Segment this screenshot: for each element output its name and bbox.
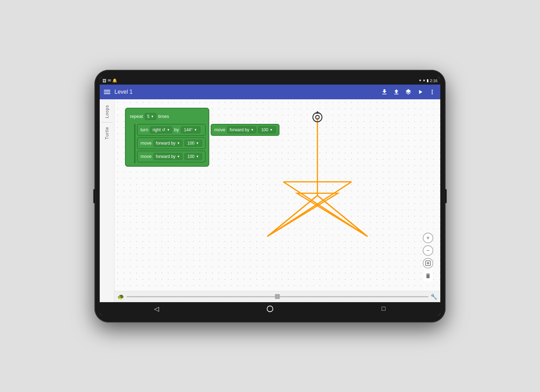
- turn-direction-dropdown[interactable]: right ↺: [150, 126, 172, 133]
- move-block-1[interactable]: move forward by 100: [137, 137, 206, 149]
- turtle-drawing: [268, 118, 368, 236]
- speed-slider[interactable]: [126, 296, 428, 297]
- zoom-out-button[interactable]: −: [423, 245, 433, 256]
- wifi-icon: ▾: [423, 78, 425, 83]
- main-content: Loops Turtle repeat 5: [100, 99, 440, 302]
- tablet-device: 🖼 ✉ 🔔 ✦ ▾ ▮ 2:16 Level 1: [94, 70, 446, 323]
- bluetooth-icon: ✦: [419, 78, 422, 83]
- move-direction-dropdown-1[interactable]: forward by: [153, 140, 183, 147]
- zoom-controls: + −: [423, 233, 433, 281]
- sidebar-divider: [101, 122, 113, 122]
- sidebar-tab-turtle[interactable]: Turtle: [103, 124, 112, 142]
- turn-degrees-dropdown[interactable]: 144°: [181, 126, 200, 133]
- turtle-canvas: [213, 99, 440, 292]
- turn-label: turn: [140, 127, 148, 132]
- repeat-value-dropdown[interactable]: 5: [145, 113, 157, 120]
- turn-block[interactable]: turn right ↺ by 144°: [137, 124, 206, 136]
- menu-button[interactable]: [104, 90, 110, 94]
- recent-button[interactable]: □: [376, 302, 390, 315]
- move-value-dropdown-1[interactable]: 100: [184, 140, 202, 147]
- repeat-label: repeat: [130, 114, 143, 119]
- move-value-dropdown-2[interactable]: 100: [184, 153, 202, 160]
- status-left-icons: 🖼 ✉ 🔔: [103, 78, 117, 83]
- battery-icon: ▮: [427, 78, 429, 83]
- delete-button[interactable]: [423, 271, 433, 281]
- play-button[interactable]: [416, 88, 424, 96]
- sidebar: Loops Turtle: [100, 99, 114, 302]
- svg-line-3: [268, 182, 352, 237]
- times-label: times: [158, 114, 169, 119]
- bottom-navigation: ◁ □: [100, 302, 440, 315]
- move-block-2[interactable]: move forward by 100: [137, 151, 206, 162]
- svg-line-4: [268, 195, 318, 237]
- inner-blocks: turn right ↺ by 144°: [134, 124, 206, 163]
- back-button[interactable]: ◁: [150, 302, 164, 315]
- move-label-2: move: [140, 154, 152, 159]
- status-right-icons: ✦ ▾ ▮ 2:16: [419, 78, 437, 83]
- slider-thumb: [275, 294, 280, 299]
- email-status-icon: ✉: [108, 78, 111, 83]
- workspace[interactable]: repeat 5 times turn: [114, 99, 440, 302]
- status-bar: 🖼 ✉ 🔔 ✦ ▾ ▮ 2:16: [100, 77, 440, 85]
- zoom-in-button[interactable]: +: [423, 233, 433, 243]
- bottom-slider-bar: 🐢 🔧: [114, 291, 440, 302]
- center-button[interactable]: [423, 258, 433, 268]
- home-button[interactable]: [263, 302, 277, 315]
- right-camera-bump: [445, 189, 447, 203]
- download-button[interactable]: [381, 88, 388, 96]
- status-time: 2:16: [430, 79, 437, 83]
- tablet-screen: 🖼 ✉ 🔔 ✦ ▾ ▮ 2:16 Level 1: [100, 77, 440, 315]
- layers-button[interactable]: [404, 88, 412, 96]
- app-title: Level 1: [114, 89, 376, 95]
- svg-line-1: [283, 182, 368, 237]
- move-direction-dropdown-2[interactable]: forward by: [153, 153, 183, 160]
- repeat-block[interactable]: repeat 5 times: [129, 111, 206, 122]
- sidebar-tab-loops[interactable]: Loops: [103, 102, 112, 121]
- wrench-icon: 🔧: [430, 293, 437, 300]
- turtle-icon: 🐢: [117, 293, 124, 300]
- repeat-block-container[interactable]: repeat 5 times turn: [125, 108, 209, 167]
- move-label-1: move: [140, 140, 152, 146]
- svg-point-9: [267, 306, 273, 312]
- left-camera-bump: [93, 189, 95, 203]
- svg-point-7: [427, 262, 429, 264]
- image-status-icon: 🖼: [103, 79, 106, 83]
- svg-rect-8: [426, 261, 430, 266]
- upload-button[interactable]: [393, 88, 400, 96]
- notification-status-icon: 🔔: [112, 78, 117, 83]
- svg-line-0: [317, 195, 368, 237]
- app-bar: Level 1: [100, 85, 440, 99]
- turn-by-label: by: [174, 127, 179, 132]
- more-options-button[interactable]: [428, 88, 436, 96]
